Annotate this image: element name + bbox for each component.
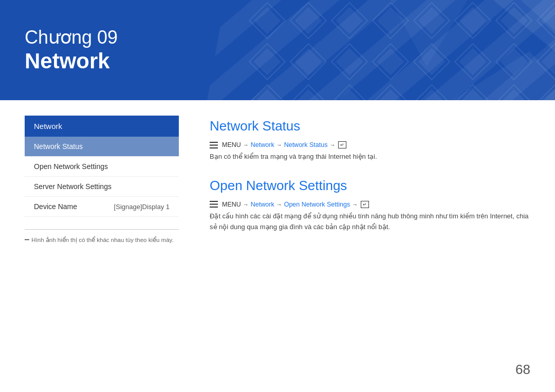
menu-item-open-network-settings[interactable]: Open Network Settings xyxy=(25,157,179,177)
bc-arrow-5: → xyxy=(276,201,282,208)
bc-open-network-settings-link[interactable]: Open Network Settings xyxy=(284,201,350,208)
menu-item-device-name[interactable]: Device Name [Signage]Display 1 xyxy=(25,197,179,217)
menu-header: Network xyxy=(25,116,179,137)
bc-network-link-1[interactable]: Network xyxy=(251,141,274,148)
section-desc-open-network-settings: Đặt cấu hình các cài đặt mạng để sử dụng… xyxy=(210,211,534,233)
bc-network-link-2[interactable]: Network xyxy=(251,201,274,208)
chapter-title: Network xyxy=(25,48,118,74)
section-open-network-settings: Open Network Settings MENU → Network → O… xyxy=(210,178,534,233)
menu-item-network-status[interactable]: Network Status xyxy=(25,137,179,157)
menu-icon-2 xyxy=(210,201,218,208)
diamond-pattern-decoration xyxy=(247,0,555,100)
chapter-label: Chương 09 xyxy=(25,26,118,48)
breadcrumb-open-network-settings: MENU → Network → Open Network Settings →… xyxy=(210,201,534,208)
svg-rect-7 xyxy=(210,142,218,143)
page-number: 68 xyxy=(515,362,530,378)
note-text: Hình ảnh hiển thị có thể khác nhau tùy t… xyxy=(31,237,173,243)
bc-arrow-3: → xyxy=(329,142,335,148)
menu-item-label: Device Name xyxy=(34,202,77,211)
section-title-network-status: Network Status xyxy=(210,118,534,134)
note-prefix: – xyxy=(25,235,29,244)
svg-rect-8 xyxy=(210,144,218,145)
bc-arrow-2: → xyxy=(276,142,282,148)
sidebar-note: – Hình ảnh hiển thị có thể khác nhau tùy… xyxy=(25,229,179,245)
bc-arrow-4: → xyxy=(243,201,249,208)
main-content: Network Network Status Open Network Sett… xyxy=(0,100,555,263)
section-network-status: Network Status MENU → Network → Network … xyxy=(210,118,534,162)
right-content: Network Status MENU → Network → Network … xyxy=(210,116,534,248)
bc-network-status-link[interactable]: Network Status xyxy=(284,141,328,148)
section-title-open-network-settings: Open Network Settings xyxy=(210,178,534,194)
breadcrumb-menu-label: MENU xyxy=(222,141,241,148)
svg-rect-10 xyxy=(210,201,218,202)
breadcrumb-network-status: MENU → Network → Network Status → ↵ xyxy=(210,141,534,148)
bc-enter-icon: ↵ xyxy=(338,141,346,148)
menu-item-label: Server Network Settings xyxy=(34,182,112,191)
section-desc-network-status: Bạn có thể kiểm tra mạng và trạng thái I… xyxy=(210,152,534,162)
svg-rect-12 xyxy=(210,207,218,208)
bc-arrow-1: → xyxy=(243,142,249,148)
menu-item-label: Network Status xyxy=(34,142,83,151)
header-text-block: Chương 09 Network xyxy=(25,26,118,74)
menu-icon xyxy=(210,142,218,148)
device-name-value: [Signage]Display 1 xyxy=(114,203,170,211)
svg-rect-9 xyxy=(210,147,218,148)
header-banner: Chương 09 Network xyxy=(0,0,555,100)
bc-enter-icon-2: ↵ xyxy=(361,201,369,208)
sidebar: Network Network Status Open Network Sett… xyxy=(25,116,179,248)
breadcrumb-menu-label-2: MENU xyxy=(222,201,241,208)
bc-arrow-6: → xyxy=(352,201,358,208)
svg-rect-11 xyxy=(210,204,218,205)
menu-item-server-network-settings[interactable]: Server Network Settings xyxy=(25,177,179,197)
menu-item-label: Open Network Settings xyxy=(34,162,108,171)
